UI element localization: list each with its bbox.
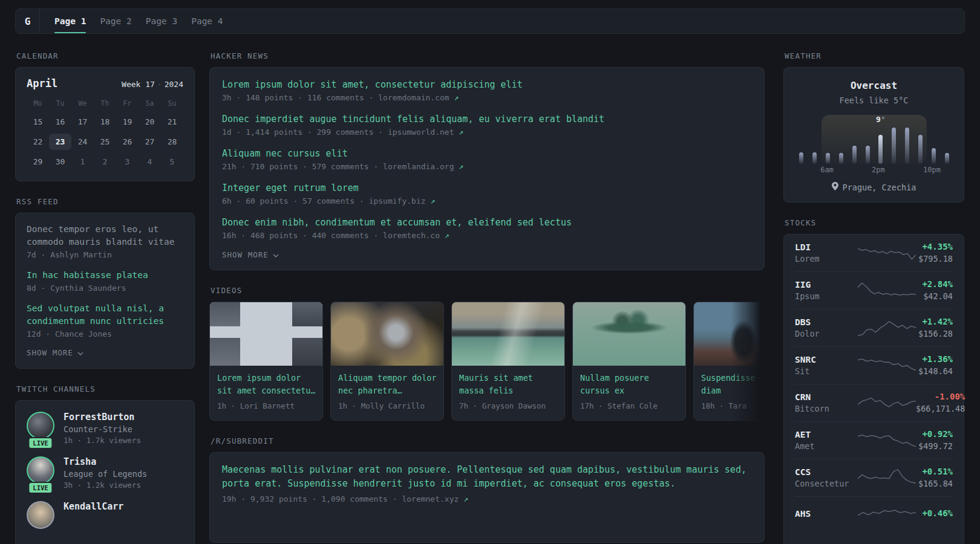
twitch-channel-row[interactable]: LIVE Trisha League of Legends 3h · 1.2k … bbox=[27, 456, 183, 490]
rss-item[interactable]: Donec tempor eros leo, ut commodo mauris… bbox=[27, 223, 183, 259]
hackernews-item[interactable]: Donec imperdiet augue tincidunt felis al… bbox=[222, 112, 752, 137]
twitch-channel-name[interactable]: Trisha bbox=[64, 456, 147, 467]
rss-show-more-button[interactable]: SHOW MORE bbox=[27, 348, 183, 357]
video-thumbnail[interactable] bbox=[573, 302, 685, 366]
video-thumbnail[interactable] bbox=[210, 302, 322, 366]
tab-page-1[interactable]: Page 1 bbox=[54, 9, 86, 33]
stock-identity: AHS bbox=[795, 509, 858, 520]
stock-identity: IIG Ipsum bbox=[795, 280, 858, 301]
hackernews-show-more-button[interactable]: SHOW MORE bbox=[222, 250, 752, 259]
hackernews-item[interactable]: Donec enim nibh, condimentum et accumsan… bbox=[222, 216, 752, 240]
page-tabs: Page 1 Page 2 Page 3 Page 4 bbox=[40, 9, 223, 33]
stock-row: IIG Ipsum +2.84% $42.04 bbox=[795, 271, 953, 309]
video-card[interactable]: Suspendisse diam 18h · Tara bbox=[693, 302, 765, 421]
stock-row: AHS +0.46% bbox=[795, 496, 953, 533]
video-thumbnail[interactable] bbox=[452, 302, 564, 366]
rss-item-title[interactable]: Donec tempor eros leo, ut commodo mauris… bbox=[27, 223, 183, 248]
external-link-icon[interactable]: ↗ bbox=[459, 162, 463, 171]
stock-values: -1.00% $66,171.48 bbox=[916, 392, 965, 413]
hackernews-item[interactable]: Integer eget rutrum lorem 6h · 60 points… bbox=[222, 181, 752, 206]
video-card-body: Lorem ipsum dolor sit amet consectetu… 1… bbox=[210, 366, 322, 416]
external-link-icon[interactable]: ↗ bbox=[459, 128, 463, 137]
video-card[interactable]: Lorem ipsum dolor sit amet consectetu… 1… bbox=[209, 302, 323, 421]
tab-page-2[interactable]: Page 2 bbox=[100, 9, 131, 33]
video-title[interactable]: Aliquam tempor dolor bbox=[338, 372, 436, 384]
video-card-body: Mauris sit amet massa felis 7h · Grayson… bbox=[452, 366, 564, 416]
twitch-channel-game: Counter-Strike bbox=[64, 424, 141, 434]
avatar bbox=[27, 456, 54, 484]
video-title[interactable]: massa felis bbox=[459, 384, 557, 397]
app-logo[interactable]: G bbox=[16, 9, 40, 33]
hackernews-item-title[interactable]: Donec imperdiet augue tincidunt felis al… bbox=[222, 112, 752, 126]
subreddit-section: /R/SUBREDDIT Maecenas mollis pulvinar er… bbox=[209, 436, 765, 543]
videos-section-label: VIDEOS bbox=[211, 286, 765, 295]
stock-sparkline bbox=[858, 355, 916, 375]
stock-change: +1.42% bbox=[916, 317, 953, 326]
stock-change: -1.00% bbox=[916, 392, 965, 401]
right-column: WEATHER Overcast Feels like 5°C 9° 6am2p… bbox=[783, 51, 964, 544]
stock-price: $795.18 bbox=[916, 254, 953, 264]
calendar-date-next-month: 1 bbox=[71, 154, 94, 170]
videos-carousel[interactable]: Lorem ipsum dolor sit amet consectetu… 1… bbox=[209, 302, 765, 421]
stock-identity: LDI Lorem bbox=[795, 242, 858, 264]
video-meta: 1h · Molly Carrillo bbox=[338, 401, 436, 410]
rss-item-title[interactable]: In hac habitasse platea bbox=[27, 269, 183, 282]
twitch-channel-name[interactable]: KendallCarr bbox=[64, 501, 123, 512]
weather-widget: Overcast Feels like 5°C 9° 6am2pm10pm Pr… bbox=[783, 67, 964, 202]
calendar-widget: April Week 17·2024 Mo Tu We Th Fr Sa Su … bbox=[15, 67, 195, 181]
stock-sparkline bbox=[858, 317, 916, 338]
chevron-down-icon bbox=[77, 348, 83, 357]
hackernews-item-title[interactable]: Integer eget rutrum lorem bbox=[222, 181, 752, 195]
hackernews-item[interactable]: Aliquam nec cursus elit 21h · 710 points… bbox=[222, 147, 752, 171]
stock-symbol: DBS bbox=[795, 317, 858, 327]
video-card[interactable]: Aliquam tempor dolor nec pharetra… 1h · … bbox=[330, 302, 444, 421]
subreddit-section-label: /R/SUBREDDIT bbox=[211, 436, 765, 445]
video-card[interactable]: Nullam posuere cursus ex 17h · Stefan Co… bbox=[572, 302, 686, 421]
hackernews-item[interactable]: Lorem ipsum dolor sit amet, consectetur … bbox=[222, 78, 752, 102]
twitch-widget: LIVE ForrestBurton Counter-Strike 1h · 1… bbox=[15, 400, 195, 544]
hackernews-item-title[interactable]: Donec enim nibh, condimentum et accumsan… bbox=[222, 216, 752, 229]
video-thumbnail[interactable] bbox=[694, 302, 765, 366]
external-link-icon[interactable]: ↗ bbox=[445, 231, 449, 240]
rss-item-meta: 8d · Cynthia Saunders bbox=[27, 283, 183, 293]
stock-name: Consectetur bbox=[795, 479, 858, 488]
rss-item[interactable]: Sed volutpat nulla nisl, a condimentum n… bbox=[27, 302, 183, 338]
rss-item-title[interactable]: Sed volutpat nulla nisl, a condimentum n… bbox=[27, 302, 183, 328]
video-card-body: Nullam posuere cursus ex 17h · Stefan Co… bbox=[573, 366, 685, 416]
subreddit-post[interactable]: Maecenas mollis pulvinar erat non posuer… bbox=[222, 463, 752, 504]
external-link-icon[interactable]: ↗ bbox=[463, 494, 468, 504]
weather-bars bbox=[795, 127, 953, 164]
video-title[interactable]: nec pharetra… bbox=[338, 384, 436, 397]
location-pin-icon bbox=[832, 182, 838, 192]
weather-bar bbox=[861, 127, 874, 164]
stock-values: +0.51% $165.84 bbox=[916, 467, 953, 488]
video-title[interactable]: Nullam posuere bbox=[580, 372, 678, 384]
stock-change: +4.35% bbox=[916, 242, 953, 251]
calendar-date-next-month: 3 bbox=[116, 154, 139, 170]
hackernews-item-title[interactable]: Lorem ipsum dolor sit amet, consectetur … bbox=[222, 78, 752, 91]
weather-bar bbox=[913, 127, 927, 164]
video-title[interactable]: Suspendisse bbox=[701, 372, 765, 384]
external-link-icon[interactable]: ↗ bbox=[454, 93, 459, 102]
meta-text: 3h · 148 points · 116 comments · loremdo… bbox=[222, 93, 449, 102]
video-meta: 18h · Tara bbox=[701, 401, 765, 410]
video-title[interactable]: diam bbox=[701, 384, 765, 397]
calendar-date: 22 bbox=[27, 134, 49, 150]
twitch-channel-row[interactable]: KendallCarr bbox=[27, 501, 183, 529]
video-title[interactable]: sit amet consectetu… bbox=[217, 384, 315, 397]
twitch-channel-row[interactable]: LIVE ForrestBurton Counter-Strike 1h · 1… bbox=[27, 412, 183, 445]
video-title[interactable]: Lorem ipsum dolor bbox=[217, 372, 315, 384]
tab-page-3[interactable]: Page 3 bbox=[146, 9, 177, 33]
hackernews-item-title[interactable]: Aliquam nec cursus elit bbox=[222, 147, 752, 160]
rss-item[interactable]: In hac habitasse platea 8d · Cynthia Sau… bbox=[27, 269, 183, 293]
calendar-date: 25 bbox=[94, 134, 116, 150]
tab-page-4[interactable]: Page 4 bbox=[191, 9, 223, 33]
twitch-channel-name[interactable]: ForrestBurton bbox=[64, 412, 141, 423]
video-card[interactable]: Mauris sit amet massa felis 7h · Grayson… bbox=[451, 302, 565, 421]
video-title[interactable]: Mauris sit amet bbox=[459, 372, 557, 384]
video-title[interactable]: cursus ex bbox=[580, 384, 678, 397]
twitch-avatar-wrap: LIVE bbox=[27, 456, 54, 490]
video-thumbnail[interactable] bbox=[331, 302, 443, 366]
subreddit-post-title[interactable]: Maecenas mollis pulvinar erat non posuer… bbox=[222, 463, 752, 491]
external-link-icon[interactable]: ↗ bbox=[430, 196, 435, 206]
